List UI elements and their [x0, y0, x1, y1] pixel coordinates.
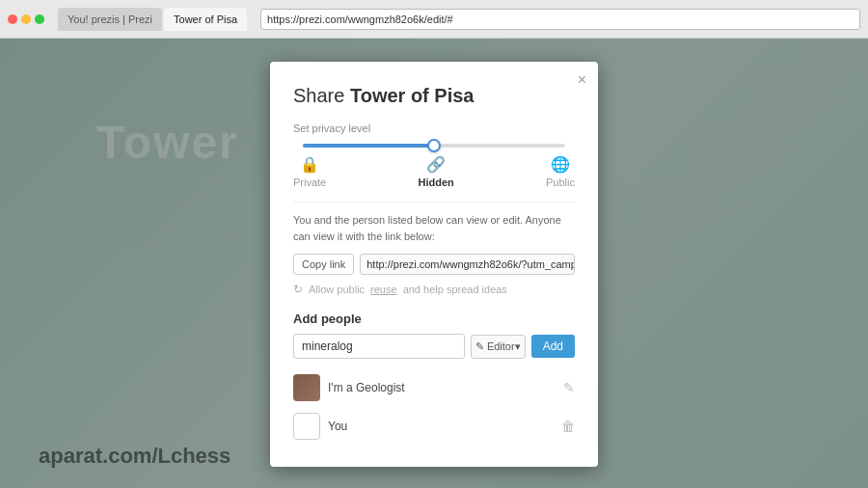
window-controls: [8, 14, 44, 24]
privacy-option-public[interactable]: 🌐 Public: [546, 155, 575, 188]
title-name: Tower of Pisa: [350, 85, 475, 106]
add-people-label: Add people: [293, 312, 575, 326]
avatar-img-geologist: [293, 374, 320, 401]
editor-selector[interactable]: ✎ Editor▾: [471, 335, 526, 359]
reuse-text-prefix: Allow public: [309, 284, 365, 295]
avatar-placeholder-you: [293, 413, 320, 440]
slider-thumb[interactable]: [427, 139, 441, 152]
slider-fill: [303, 144, 434, 148]
privacy-option-hidden[interactable]: 🔗 Hidden: [419, 155, 454, 188]
privacy-label-private: Private: [293, 176, 326, 188]
address-bar[interactable]: https://prezi.com/wwngmzh82o6k/edit/#: [260, 9, 860, 30]
add-button[interactable]: Add: [531, 335, 575, 358]
globe-icon: 🌐: [551, 155, 570, 174]
privacy-option-private[interactable]: 🔒 Private: [293, 155, 326, 188]
browser-tab-tower[interactable]: Tower of Pisa: [164, 8, 247, 31]
watermark: aparat.com/Lchess: [39, 444, 231, 469]
edit-person-icon-geologist[interactable]: ✎: [563, 380, 575, 395]
description-text: You and the person listed below can view…: [293, 202, 575, 244]
privacy-section: Set privacy level 🔒 Private 🔗 Hidden 🌐 P…: [293, 122, 575, 188]
modal-title: Share Tower of Pisa: [293, 85, 575, 107]
reuse-icon: ↻: [293, 283, 303, 296]
delete-person-icon-you[interactable]: 🗑: [561, 419, 575, 434]
browser-tabs: You! prezis | Prezi Tower of Pisa: [58, 8, 247, 31]
link-icon: 🔗: [426, 155, 446, 174]
share-modal: × Share Tower of Pisa Set privacy level …: [270, 62, 598, 467]
privacy-label-public: Public: [546, 176, 575, 188]
privacy-options: 🔒 Private 🔗 Hidden 🌐 Public: [293, 155, 575, 188]
browser-tab-prezi[interactable]: You! prezis | Prezi: [58, 8, 162, 31]
person-name-you: You: [328, 420, 554, 433]
close-button[interactable]: ×: [578, 71, 586, 89]
add-people-input[interactable]: [293, 334, 465, 359]
avatar-geologist: [293, 374, 320, 401]
person-row-you: You 🗑: [293, 409, 575, 444]
people-list: I'm a Geologist ✎ You 🗑: [293, 370, 575, 444]
privacy-slider-track[interactable]: [303, 144, 565, 148]
close-dot[interactable]: [8, 14, 17, 24]
copy-link-url[interactable]: http://prezi.com/wwngmzh82o6k/?utm_campa…: [360, 254, 575, 275]
privacy-section-label: Set privacy level: [293, 122, 575, 134]
reuse-text-suffix: and help spread ideas: [403, 284, 507, 295]
title-prefix: Share: [293, 85, 350, 106]
person-row-geologist: I'm a Geologist ✎: [293, 370, 575, 405]
reuse-row: ↻ Allow public reuse and help spread ide…: [293, 283, 575, 296]
copy-link-row: Copy link http://prezi.com/wwngmzh82o6k/…: [293, 254, 575, 275]
lock-icon: 🔒: [300, 155, 319, 174]
add-people-row: ✎ Editor▾ Add: [293, 334, 575, 359]
browser-chrome: You! prezis | Prezi Tower of Pisa https:…: [0, 0, 868, 39]
maximize-dot[interactable]: [35, 14, 44, 24]
privacy-label-hidden: Hidden: [419, 176, 454, 188]
reuse-link[interactable]: reuse: [370, 284, 397, 295]
minimize-dot[interactable]: [21, 14, 31, 24]
copy-link-button[interactable]: Copy link: [293, 254, 354, 275]
person-name-geologist: I'm a Geologist: [328, 381, 556, 394]
